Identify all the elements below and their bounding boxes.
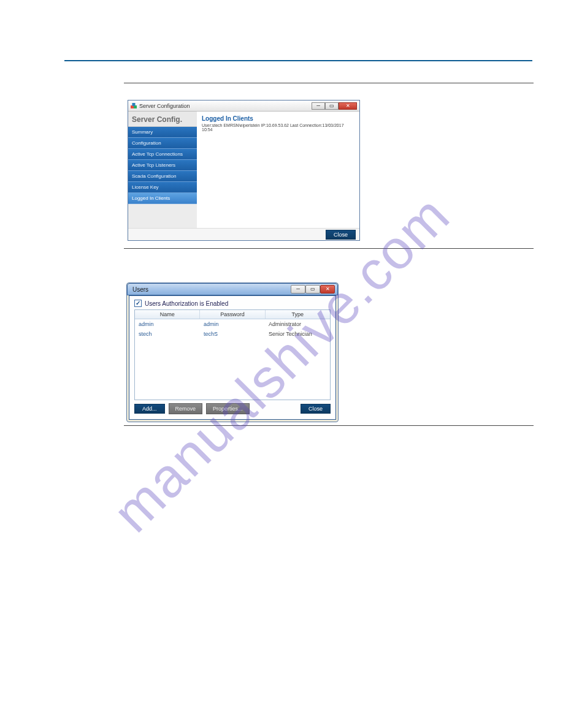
titlebar[interactable]: Users ─ ▭ ✕ xyxy=(127,283,338,295)
page-top-rule xyxy=(64,60,532,61)
minimize-button[interactable]: ─ xyxy=(312,102,325,110)
window-body: Server Config. Summary Configuration Act… xyxy=(128,112,359,240)
properties-button[interactable]: Properties... xyxy=(206,403,250,414)
sidebar-item-scada-configuration[interactable]: Scada Configuration xyxy=(128,171,197,182)
sidebar-item-active-tcp-connections[interactable]: Active Tcp Connections xyxy=(128,149,197,160)
section-rule-2 xyxy=(124,248,534,249)
auth-checkbox[interactable]: ✓ xyxy=(134,300,142,307)
sidebar-list: Summary Configuration Active Tcp Connect… xyxy=(128,127,197,204)
sidebar-item-summary[interactable]: Summary xyxy=(128,127,197,138)
cell-password: techS xyxy=(200,330,265,338)
window-buttons: ─ ▭ ✕ xyxy=(291,285,335,294)
window-footer: Add... Remove Properties... Close xyxy=(134,403,331,414)
table-body: admin admin Administrator stech techS Se… xyxy=(135,319,330,339)
window-footer: Close xyxy=(128,228,359,240)
section-rule-1 xyxy=(124,83,534,83)
sidebar: Server Config. Summary Configuration Act… xyxy=(128,112,197,228)
section-rule-3 xyxy=(124,425,534,426)
svg-rect-2 xyxy=(132,103,136,106)
sidebar-item-configuration[interactable]: Configuration xyxy=(128,138,197,149)
close-button[interactable]: Close xyxy=(326,230,356,240)
remove-button[interactable]: Remove xyxy=(169,403,203,414)
users-window: Users ─ ▭ ✕ ✓ Users Authorization is Ena… xyxy=(126,282,339,422)
close-window-button[interactable]: ✕ xyxy=(339,102,357,110)
sidebar-item-license-key[interactable]: License Key xyxy=(128,182,197,193)
maximize-button[interactable]: ▭ xyxy=(305,285,320,294)
content-client-line: User:stech EMRSN\eiperlstein IP:10.69.53… xyxy=(202,123,354,132)
cell-type: Administrator xyxy=(265,320,330,328)
users-table: Name Password Type admin admin Administr… xyxy=(134,309,331,400)
window-buttons: ─ ▭ ✕ xyxy=(312,102,357,110)
cell-name: stech xyxy=(135,330,200,338)
close-button[interactable]: Close xyxy=(301,404,331,414)
cell-password: admin xyxy=(200,320,265,328)
auth-checkbox-row: ✓ Users Authorization is Enabled xyxy=(129,296,335,309)
close-window-button[interactable]: ✕ xyxy=(320,285,335,294)
col-type[interactable]: Type xyxy=(266,310,330,319)
auth-checkbox-label: Users Authorization is Enabled xyxy=(145,300,228,307)
titlebar[interactable]: Server Configuration ─ ▭ ✕ xyxy=(128,100,359,112)
app-icon xyxy=(131,103,137,109)
col-name[interactable]: Name xyxy=(135,310,200,319)
add-button[interactable]: Add... xyxy=(134,404,165,414)
cell-type: Senior Technician xyxy=(265,330,330,338)
window-title: Server Configuration xyxy=(139,103,309,109)
table-header: Name Password Type xyxy=(135,310,330,319)
cell-name: admin xyxy=(135,320,200,328)
server-config-window: Server Configuration ─ ▭ ✕ Server Config… xyxy=(128,100,360,241)
col-password[interactable]: Password xyxy=(200,310,265,319)
content-title: Logged In Clients xyxy=(202,115,354,122)
window-title: Users xyxy=(132,286,288,293)
sidebar-item-active-tcp-listeners[interactable]: Active Tcp Listeners xyxy=(128,160,197,171)
table-row[interactable]: stech techS Senior Technician xyxy=(135,329,330,339)
minimize-button[interactable]: ─ xyxy=(291,285,305,294)
window-body: ✓ Users Authorization is Enabled Name Pa… xyxy=(129,295,336,420)
content-pane: Logged In Clients User:stech EMRSN\eiper… xyxy=(197,112,359,228)
table-row[interactable]: admin admin Administrator xyxy=(135,319,330,329)
sidebar-title: Server Config. xyxy=(128,112,197,127)
sidebar-item-logged-in-clients[interactable]: Logged In Clients xyxy=(128,193,197,204)
maximize-button[interactable]: ▭ xyxy=(325,102,339,110)
